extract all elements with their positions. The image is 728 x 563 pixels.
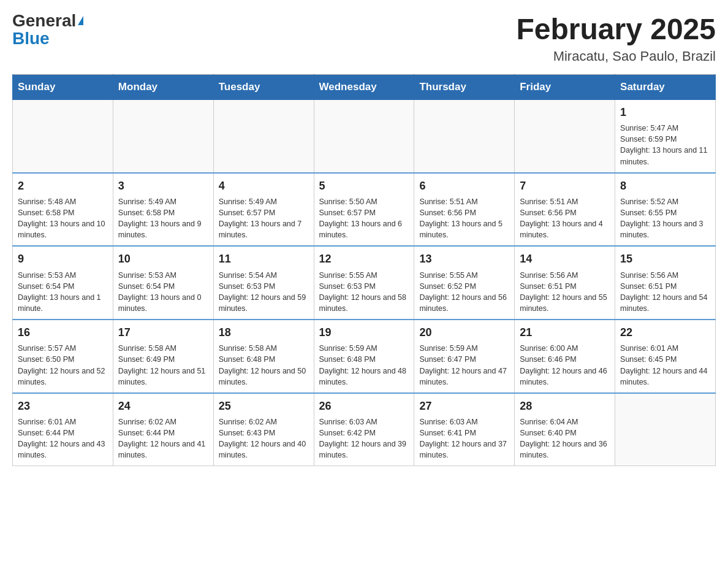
day-info: Sunrise: 5:51 AMSunset: 6:56 PMDaylight:… [419,196,509,241]
day-number: 21 [520,325,610,340]
weekday-header-tuesday: Tuesday [213,75,314,100]
calendar-table: SundayMondayTuesdayWednesdayThursdayFrid… [12,74,716,466]
day-number: 13 [419,251,509,267]
logo: General Blue [12,12,83,48]
day-number: 3 [118,178,208,194]
day-info: Sunrise: 5:53 AMSunset: 6:54 PMDaylight:… [18,270,108,315]
day-number: 15 [620,251,710,267]
calendar-cell [113,100,213,173]
day-info: Sunrise: 5:52 AMSunset: 6:55 PMDaylight:… [620,196,710,241]
calendar-cell: 27Sunrise: 6:03 AMSunset: 6:41 PMDayligh… [414,393,515,466]
day-info: Sunrise: 5:55 AMSunset: 6:53 PMDaylight:… [319,270,409,315]
day-number: 20 [419,325,509,340]
day-number: 9 [18,251,108,267]
calendar-cell: 20Sunrise: 5:59 AMSunset: 6:47 PMDayligh… [414,320,515,393]
calendar-cell: 21Sunrise: 6:00 AMSunset: 6:46 PMDayligh… [515,320,615,393]
day-number: 14 [520,251,610,267]
day-number: 16 [18,325,108,340]
day-number: 4 [219,178,309,194]
day-info: Sunrise: 5:58 AMSunset: 6:49 PMDaylight:… [118,343,208,388]
calendar-cell: 11Sunrise: 5:54 AMSunset: 6:53 PMDayligh… [213,246,314,320]
day-info: Sunrise: 5:47 AMSunset: 6:59 PMDaylight:… [620,123,710,167]
day-number: 2 [18,178,108,194]
day-info: Sunrise: 5:49 AMSunset: 6:58 PMDaylight:… [118,196,208,241]
weekday-header-row: SundayMondayTuesdayWednesdayThursdayFrid… [13,75,716,100]
calendar-cell: 22Sunrise: 6:01 AMSunset: 6:45 PMDayligh… [615,320,716,393]
day-info: Sunrise: 5:48 AMSunset: 6:58 PMDaylight:… [18,196,108,241]
day-info: Sunrise: 5:59 AMSunset: 6:48 PMDaylight:… [319,343,409,388]
day-info: Sunrise: 6:02 AMSunset: 6:44 PMDaylight:… [118,416,208,461]
day-number: 5 [319,178,409,194]
calendar-cell: 7Sunrise: 5:51 AMSunset: 6:56 PMDaylight… [515,173,615,247]
title-section: February 2025 Miracatu, Sao Paulo, Brazi… [516,12,716,64]
calendar-cell: 26Sunrise: 6:03 AMSunset: 6:42 PMDayligh… [314,393,414,466]
calendar-cell: 25Sunrise: 6:02 AMSunset: 6:43 PMDayligh… [213,393,314,466]
week-row-3: 9Sunrise: 5:53 AMSunset: 6:54 PMDaylight… [13,246,716,320]
calendar-cell [314,100,414,173]
day-info: Sunrise: 5:56 AMSunset: 6:51 PMDaylight:… [520,270,610,315]
day-number: 10 [118,251,208,267]
day-number: 8 [620,178,710,194]
calendar-cell [13,100,113,173]
week-row-5: 23Sunrise: 6:01 AMSunset: 6:44 PMDayligh… [13,393,716,466]
calendar-cell: 28Sunrise: 6:04 AMSunset: 6:40 PMDayligh… [515,393,615,466]
day-number: 19 [319,325,409,340]
day-info: Sunrise: 5:58 AMSunset: 6:48 PMDaylight:… [219,343,309,388]
day-info: Sunrise: 5:50 AMSunset: 6:57 PMDaylight:… [319,196,409,241]
day-info: Sunrise: 6:04 AMSunset: 6:40 PMDaylight:… [520,416,610,461]
calendar-cell: 8Sunrise: 5:52 AMSunset: 6:55 PMDaylight… [615,173,716,247]
month-title: February 2025 [516,12,716,46]
day-number: 22 [620,325,710,340]
weekday-header-friday: Friday [515,75,615,100]
day-info: Sunrise: 6:00 AMSunset: 6:46 PMDaylight:… [520,343,610,388]
day-number: 12 [319,251,409,267]
day-info: Sunrise: 5:49 AMSunset: 6:57 PMDaylight:… [219,196,309,241]
logo-general: General [12,12,76,29]
day-info: Sunrise: 6:03 AMSunset: 6:42 PMDaylight:… [319,416,409,461]
weekday-header-thursday: Thursday [414,75,515,100]
calendar-cell: 1Sunrise: 5:47 AMSunset: 6:59 PMDaylight… [615,100,716,173]
day-info: Sunrise: 5:59 AMSunset: 6:47 PMDaylight:… [419,343,509,388]
calendar-cell: 15Sunrise: 5:56 AMSunset: 6:51 PMDayligh… [615,246,716,320]
day-info: Sunrise: 5:54 AMSunset: 6:53 PMDaylight:… [219,270,309,315]
day-number: 26 [319,399,409,414]
calendar-cell: 24Sunrise: 6:02 AMSunset: 6:44 PMDayligh… [113,393,213,466]
calendar-cell [615,393,716,466]
weekday-header-sunday: Sunday [13,75,113,100]
day-number: 25 [219,399,309,414]
day-number: 1 [620,105,710,120]
calendar-cell: 6Sunrise: 5:51 AMSunset: 6:56 PMDaylight… [414,173,515,247]
calendar-cell: 9Sunrise: 5:53 AMSunset: 6:54 PMDaylight… [13,246,113,320]
week-row-2: 2Sunrise: 5:48 AMSunset: 6:58 PMDaylight… [13,173,716,247]
day-number: 7 [520,178,610,194]
day-info: Sunrise: 6:03 AMSunset: 6:41 PMDaylight:… [419,416,509,461]
week-row-1: 1Sunrise: 5:47 AMSunset: 6:59 PMDaylight… [13,100,716,173]
day-info: Sunrise: 5:53 AMSunset: 6:54 PMDaylight:… [118,270,208,315]
day-number: 24 [118,399,208,414]
day-info: Sunrise: 5:55 AMSunset: 6:52 PMDaylight:… [419,270,509,315]
weekday-header-wednesday: Wednesday [314,75,414,100]
week-row-4: 16Sunrise: 5:57 AMSunset: 6:50 PMDayligh… [13,320,716,393]
calendar-cell: 10Sunrise: 5:53 AMSunset: 6:54 PMDayligh… [113,246,213,320]
calendar-cell [213,100,314,173]
day-number: 11 [219,251,309,267]
calendar-cell: 5Sunrise: 5:50 AMSunset: 6:57 PMDaylight… [314,173,414,247]
calendar-cell: 19Sunrise: 5:59 AMSunset: 6:48 PMDayligh… [314,320,414,393]
calendar-cell [414,100,515,173]
day-info: Sunrise: 6:02 AMSunset: 6:43 PMDaylight:… [219,416,309,461]
day-number: 28 [520,399,610,414]
day-number: 23 [18,399,108,414]
calendar-cell: 16Sunrise: 5:57 AMSunset: 6:50 PMDayligh… [13,320,113,393]
day-info: Sunrise: 5:57 AMSunset: 6:50 PMDaylight:… [18,343,108,388]
calendar-cell: 18Sunrise: 5:58 AMSunset: 6:48 PMDayligh… [213,320,314,393]
calendar-cell: 17Sunrise: 5:58 AMSunset: 6:49 PMDayligh… [113,320,213,393]
calendar-cell [515,100,615,173]
calendar-cell: 2Sunrise: 5:48 AMSunset: 6:58 PMDaylight… [13,173,113,247]
page-header: General Blue February 2025 Miracatu, Sao… [12,12,716,64]
calendar-cell: 14Sunrise: 5:56 AMSunset: 6:51 PMDayligh… [515,246,615,320]
calendar-cell: 13Sunrise: 5:55 AMSunset: 6:52 PMDayligh… [414,246,515,320]
location-title: Miracatu, Sao Paulo, Brazil [516,48,716,64]
weekday-header-saturday: Saturday [615,75,716,100]
weekday-header-monday: Monday [113,75,213,100]
day-info: Sunrise: 5:56 AMSunset: 6:51 PMDaylight:… [620,270,710,315]
